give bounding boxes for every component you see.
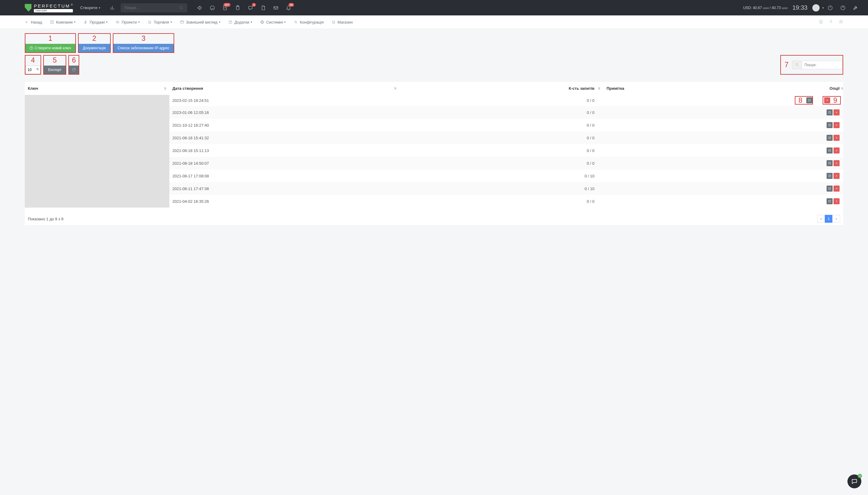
requests-cell: 0 / 10 bbox=[399, 170, 604, 182]
requests-cell: 0 / 0 bbox=[399, 195, 604, 208]
note-cell bbox=[603, 182, 732, 195]
pagination-info: Показано 1 до 9 з 9 bbox=[28, 217, 64, 221]
edit-button[interactable] bbox=[806, 97, 812, 103]
clipboard-icon[interactable] bbox=[235, 5, 241, 11]
requests-cell: 0 / 0 bbox=[399, 157, 604, 170]
edit-button[interactable] bbox=[826, 109, 833, 116]
user-menu-caret[interactable]: ▾ bbox=[822, 6, 824, 10]
delete-button[interactable] bbox=[834, 109, 839, 116]
blocked-ips-button[interactable]: Список заблокованих IP-адрес bbox=[113, 44, 174, 52]
note-cell bbox=[603, 144, 732, 157]
note-cell bbox=[603, 119, 732, 132]
table-search-input[interactable] bbox=[802, 61, 842, 69]
options-cell bbox=[732, 132, 843, 144]
delete-button[interactable] bbox=[834, 135, 839, 141]
nav-appearance[interactable]: Зовнішній вигляд▾ bbox=[180, 20, 220, 24]
requests-cell: 0 / 0 bbox=[399, 132, 604, 144]
pagination: ‹ 1 › bbox=[818, 215, 840, 223]
edit-button[interactable] bbox=[826, 173, 833, 179]
global-search[interactable] bbox=[121, 3, 187, 12]
edit-button[interactable] bbox=[826, 160, 833, 166]
create-dropdown[interactable]: Створити▾ bbox=[80, 5, 100, 10]
date-cell: 2023-01-06 12:05:16 bbox=[169, 106, 399, 119]
bell-icon[interactable]: 39 bbox=[285, 5, 292, 11]
nav-projects[interactable]: Проекти▾ bbox=[116, 20, 140, 24]
date-cell: 2021-04-02 16:35:26 bbox=[169, 195, 399, 208]
requests-cell: 0 / 0 bbox=[399, 144, 604, 157]
date-cell: 2021-08-18 15:41:32 bbox=[169, 132, 399, 144]
delete-button[interactable] bbox=[824, 97, 830, 103]
date-cell: 2021-10-12 16:27:40 bbox=[169, 119, 399, 132]
global-search-input[interactable] bbox=[124, 5, 179, 10]
layers-icon[interactable] bbox=[819, 19, 823, 25]
api-keys-table: Ключ⇅ Дата створення⇅ К-сть запитів⇅ При… bbox=[25, 82, 843, 208]
col-key[interactable]: Ключ⇅ bbox=[25, 82, 169, 95]
svg-point-13 bbox=[796, 64, 798, 66]
help-icon[interactable] bbox=[840, 5, 846, 11]
page-size-select[interactable]: 10 bbox=[26, 66, 40, 74]
col-options[interactable]: Опції⇅ bbox=[732, 82, 843, 95]
nav-addons[interactable]: Додатки▾ bbox=[228, 20, 252, 24]
edit-button[interactable] bbox=[826, 186, 833, 192]
col-note[interactable]: Примітка bbox=[603, 82, 732, 95]
nav-trade[interactable]: Торгівля▾ bbox=[148, 20, 172, 24]
requests-cell: 0 / 0 bbox=[399, 106, 604, 119]
search-icon bbox=[179, 6, 184, 10]
delete-button[interactable] bbox=[834, 186, 839, 192]
options-cell bbox=[732, 106, 843, 119]
nav-back[interactable]: Назад bbox=[25, 20, 42, 24]
sound-icon[interactable] bbox=[197, 5, 203, 11]
delete-button[interactable] bbox=[834, 160, 839, 166]
documentation-button[interactable]: Документація bbox=[79, 44, 110, 52]
wrench-icon[interactable] bbox=[853, 5, 858, 11]
note-cell bbox=[603, 132, 732, 144]
edit-button[interactable] bbox=[826, 198, 833, 204]
nav-system[interactable]: Системні▾ bbox=[260, 20, 286, 24]
requests-cell: 0 / 0 bbox=[399, 119, 604, 132]
delete-button[interactable] bbox=[834, 148, 839, 154]
svg-point-1 bbox=[210, 6, 214, 10]
options-cell bbox=[732, 170, 843, 182]
logo-subtitle: CRM+ERP bbox=[34, 9, 73, 12]
options-cell bbox=[732, 144, 843, 157]
page-1[interactable]: 1 bbox=[825, 215, 833, 223]
create-key-button[interactable]: +Створити новий ключ bbox=[26, 44, 75, 52]
date-cell: 2021-08-17 17:08:08 bbox=[169, 170, 399, 182]
delete-button[interactable] bbox=[834, 198, 839, 204]
col-requests[interactable]: К-сть запитів⇅ bbox=[399, 82, 604, 95]
options-cell bbox=[732, 195, 843, 208]
logo[interactable]: PERFECTUM® CRM+ERP bbox=[25, 3, 73, 12]
date-cell: 2021-08-18 15:11:13 bbox=[169, 144, 399, 157]
refresh-button[interactable] bbox=[69, 66, 79, 74]
edit-button[interactable] bbox=[826, 148, 833, 154]
page-prev[interactable]: ‹ bbox=[817, 215, 825, 223]
tasks-icon[interactable]: 257 bbox=[222, 5, 228, 11]
nav-config[interactable]: Конфігурація bbox=[294, 20, 324, 24]
nav-company[interactable]: Компанія▾ bbox=[50, 20, 76, 24]
user-avatar[interactable] bbox=[812, 4, 820, 12]
table-row: 2023-02-15 18:24:510 / 089 bbox=[25, 95, 843, 106]
nav-shop[interactable]: Магазин bbox=[331, 20, 353, 24]
power-icon[interactable] bbox=[827, 5, 833, 11]
currency-rates: USD: 40.67 UAH / 40.73 UAH bbox=[743, 6, 788, 10]
chat-icon[interactable]: 3 bbox=[247, 5, 253, 11]
svg-rect-9 bbox=[51, 20, 53, 23]
flame-icon[interactable] bbox=[829, 19, 833, 25]
star-icon[interactable] bbox=[839, 19, 843, 25]
delete-button[interactable] bbox=[834, 122, 839, 128]
delete-button[interactable] bbox=[834, 173, 839, 179]
document-icon[interactable] bbox=[260, 5, 266, 11]
col-date[interactable]: Дата створення⇅ bbox=[169, 82, 399, 95]
mail-icon[interactable] bbox=[273, 5, 279, 11]
edit-button[interactable] bbox=[826, 122, 833, 128]
requests-cell: 0 / 0 bbox=[399, 95, 604, 106]
options-cell: 89 bbox=[732, 95, 843, 106]
stats-icon[interactable] bbox=[110, 5, 116, 11]
messages-icon[interactable] bbox=[209, 5, 215, 11]
export-button[interactable]: Експорт bbox=[44, 66, 66, 74]
nav-sales[interactable]: Продажі▾ bbox=[83, 20, 108, 24]
edit-button[interactable] bbox=[826, 135, 833, 141]
key-cell-obscured bbox=[25, 95, 169, 208]
note-cell bbox=[603, 106, 732, 119]
page-next[interactable]: › bbox=[832, 215, 840, 223]
